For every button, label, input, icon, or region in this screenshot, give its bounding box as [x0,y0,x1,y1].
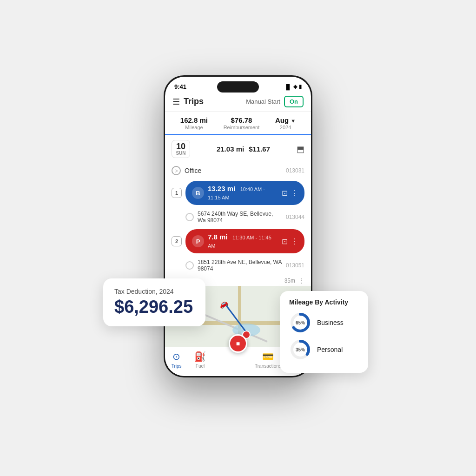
address1-code: 013044 [286,214,304,220]
business-label: Business [317,319,344,326]
trip1-badge: B [192,187,204,199]
origin-icon: ▷ [172,166,181,175]
trip1-number: 1 [172,188,182,198]
trip2-miles: 7.8 mi [208,233,228,241]
personal-pct-label: 35% [296,347,305,352]
day-amount: $11.67 [249,145,270,153]
business-pct-label: 65% [296,320,305,325]
trip2-card[interactable]: P 7.8 mi 11:30 AM - 11:45 AM ⊡ ⋮ [185,229,304,253]
reimbursement-value: $76.78 [224,116,260,124]
day-distance: 21.03 mi [217,145,244,153]
transactions-icon: 💳 [262,351,274,362]
status-time: 9:41 [174,83,186,90]
signal-icon: ▐▌ [284,84,291,90]
scene: 9:41 ▐▌ ◈ ▮ ☰ Trips Manual Start On [117,75,359,401]
reimbursement-stat: $76.78 Reimbursement [224,116,260,130]
day-stats: 21.03 mi $11.67 [196,145,291,153]
trip2-badge: P [192,235,204,247]
trip1-wrapper: 1 B 13.23 mi 10:40 AM - 11:15 AM ⊡ ⋮ [165,179,311,207]
stats-row: 162.8 mi Mileage $76.78 Reimbursement Au… [165,112,311,135]
trips-icon: ⊙ [172,351,180,362]
nav-fuel[interactable]: ⛽ Fuel [194,351,206,369]
chevron-down-icon: ▼ [291,118,296,124]
address2-code: 013051 [286,262,304,269]
mileage-label: Mileage [180,125,208,130]
trip2-wrapper: 2 P 7.8 mi 11:30 AM - 11:45 AM ⊡ ⋮ [165,227,311,255]
tax-card-value: $6,296.25 [114,297,194,317]
business-activity-row: 65% Business [289,311,359,334]
header-right: Manual Start On [246,96,304,107]
fuel-label: Fuel [196,364,205,369]
fuel-icon: ⛽ [194,351,206,362]
address1-text: 5674 240th Way SE, Bellevue, Wa 98074 [198,211,282,224]
mileage-card-title: Mileage By Activity [289,298,359,306]
stop-button[interactable]: ■ [229,334,247,353]
document-icon[interactable]: ⊡ [282,189,288,198]
mileage-activity-card: Mileage By Activity 65% Business 35% Per… [280,291,368,373]
trip2-info: 7.8 mi 11:30 AM - 11:45 AM [208,233,278,250]
trip1-card[interactable]: B 13.23 mi 10:40 AM - 11:15 AM ⊡ ⋮ [185,181,304,205]
dynamic-island [217,81,259,93]
day-badge: 10 SUN [172,140,190,158]
personal-donut: 35% [289,338,311,361]
day-number: 10 [176,142,186,151]
day-name: SUN [176,151,186,156]
menu-icon[interactable]: ☰ [172,97,180,107]
trips-label: Trips [172,364,182,369]
address2-text: 1851 228th Ave NE, Bellevue, WA 98074 [198,259,282,272]
manual-start-toggle[interactable]: On [284,96,304,107]
page-title: Trips [184,97,204,106]
app-header: ☰ Trips Manual Start On [165,93,311,112]
mileage-stat: 162.8 mi Mileage [180,116,208,130]
status-icons: ▐▌ ◈ ▮ [284,84,302,90]
trip1-info: 13.23 mi 10:40 AM - 11:15 AM [208,185,278,201]
duration-value: 35m [284,278,295,284]
export-icon[interactable]: ⬒ [297,144,304,154]
trip1-miles: 13.23 mi [208,185,235,192]
tax-card-label: Tax Deduction, 2024 [114,288,194,295]
reimbursement-label: Reimbursement [224,125,260,130]
origin-label: Office [185,167,282,174]
more2-icon[interactable]: ⋮ [291,237,298,246]
transactions-label: Transactions [255,364,281,369]
wifi-icon: ◈ [293,84,297,90]
document2-icon[interactable]: ⊡ [282,237,288,246]
address1-row: 5674 240th Way SE, Bellevue, Wa 98074 01… [165,207,311,227]
trip1-actions: ⊡ ⋮ [282,189,298,198]
month-value: Aug ▼ [275,116,296,124]
origin-row: ▷ Office 013031 [165,162,311,179]
day-header: 10 SUN 21.03 mi $11.67 ⬒ [165,135,311,162]
address2-row: 1851 228th Ave NE, Bellevue, WA 98074 01… [165,255,311,276]
more-icon[interactable]: ⋮ [291,189,298,198]
personal-label: Personal [317,346,343,353]
address1-dot [185,213,194,221]
tax-deduction-card: Tax Deduction, 2024 $6,296.25 [103,278,205,326]
business-donut: 65% [289,311,311,334]
personal-activity-row: 35% Personal [289,338,359,361]
nav-transactions[interactable]: 💳 Transactions [255,351,281,369]
trip2-actions: ⊡ ⋮ [282,237,298,246]
battery-icon: ▮ [299,84,302,90]
duration-more-icon[interactable]: ⋮ [299,278,304,284]
address2-dot [185,261,194,270]
header-left: ☰ Trips [172,97,204,107]
trip2-number: 2 [172,236,182,246]
year-value: 2024 [275,125,296,130]
month-stat[interactable]: Aug ▼ 2024 [275,116,296,130]
mileage-value: 162.8 mi [180,116,208,124]
nav-trips[interactable]: ⊙ Trips [172,351,182,369]
manual-start-label: Manual Start [246,98,280,105]
stop-icon: ■ [236,340,240,347]
origin-code: 013031 [286,167,304,174]
